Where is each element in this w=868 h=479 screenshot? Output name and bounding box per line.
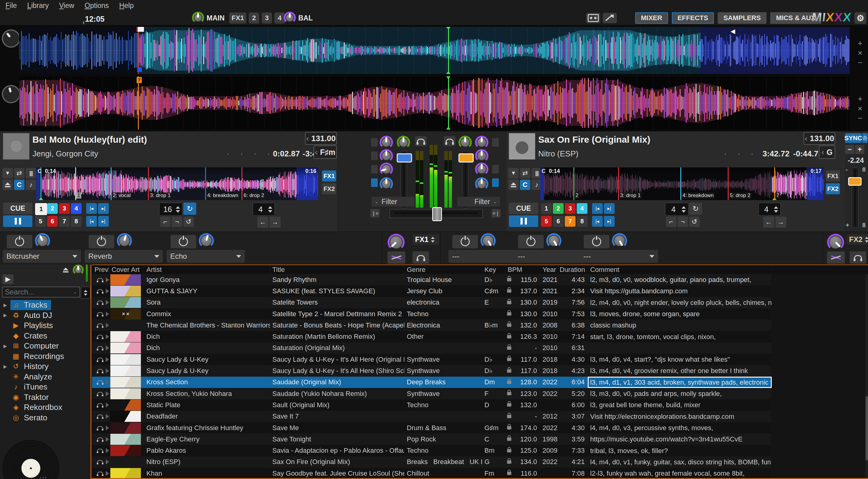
bpm-lock-icon[interactable] (507, 415, 511, 418)
bpm-lock-icon[interactable] (507, 335, 511, 339)
search-input[interactable] (2, 288, 73, 296)
main-fx-assign-fx1[interactable]: FX1 (229, 12, 246, 24)
deck1-eject-button[interactable] (2, 180, 13, 190)
deck2-hotcue-4[interactable]: 4 (577, 203, 587, 214)
expand-arrow-icon[interactable]: ▶ (0, 313, 10, 318)
preview-cell[interactable] (92, 357, 109, 362)
deck1-loop-in-button[interactable]: |◂ (86, 203, 97, 214)
sidebar-item-playlists[interactable]: ▶Playlists (0, 320, 90, 330)
play-icon[interactable] (106, 369, 109, 373)
fx2-slot1-enable-button[interactable] (452, 235, 478, 248)
preview-cell[interactable] (92, 277, 109, 282)
spinner-arrows[interactable] (774, 206, 780, 213)
ch2-fx1-toggle[interactable] (492, 138, 499, 147)
deck1-loop-out-marker-button[interactable]: ¬ (172, 217, 182, 227)
fx2-mix-mode-button[interactable] (827, 251, 845, 264)
deck2-pitch-slider[interactable] (852, 167, 859, 228)
deck1-beatjump-fwd-button[interactable]: → (270, 217, 281, 228)
ch2-mid-eq-knob[interactable] (475, 149, 488, 162)
ch2-quickfx-toggle[interactable] (492, 179, 499, 187)
bpm-lock-icon[interactable] (507, 449, 511, 452)
bpm-lock-icon[interactable] (507, 381, 511, 384)
play-icon[interactable] (106, 448, 109, 453)
search-spinner[interactable] (81, 287, 90, 299)
column-header-genre[interactable]: Genre (404, 265, 482, 274)
column-header-comment[interactable]: Comment (588, 265, 772, 274)
headphone-icon[interactable] (97, 471, 103, 475)
preview-cell[interactable] (92, 346, 109, 350)
deck1-zoom-out[interactable]: − (854, 58, 866, 67)
table-row[interactable]: Kross Section, Yukio NoharaSaudade (Yuki… (92, 388, 771, 399)
preview-eject-button[interactable] (60, 266, 71, 274)
preview-cell[interactable] (92, 312, 109, 317)
headphone-icon[interactable] (97, 300, 103, 305)
fx2-super-knob[interactable] (827, 234, 844, 251)
preview-cell[interactable] (92, 471, 109, 476)
headphone-icon[interactable] (97, 335, 103, 339)
sidebar-item-recordings[interactable]: ▦Recordings (0, 351, 90, 361)
fx1-slot2-enable-button[interactable] (89, 235, 114, 248)
spinner-arrows[interactable] (431, 237, 437, 243)
menu-library[interactable]: Library (27, 2, 49, 10)
deck1-quantize-button[interactable]: ♪ (26, 180, 36, 190)
deck1-cover-art[interactable] (3, 133, 29, 159)
deck1-hotcue-1[interactable]: 1 (35, 203, 47, 215)
fx1-slot2-meta-knob[interactable] (117, 233, 132, 248)
record-button[interactable] (586, 13, 600, 23)
ch1-volume-handle[interactable] (397, 153, 412, 162)
deck2-loop-size-spinbox[interactable]: 4 (665, 202, 689, 216)
spinner-arrows[interactable] (682, 206, 688, 213)
menu-options[interactable]: Options (85, 2, 109, 10)
expand-arrow-icon[interactable]: ▶ (0, 343, 10, 349)
deck2-jump-start-button[interactable]: |◂ (592, 216, 603, 227)
deck1-hotcue-2[interactable]: 2 (47, 203, 58, 214)
deck1-loop-toggle-button[interactable]: ↻ (183, 202, 196, 215)
fx2-slot2-enable-button[interactable] (518, 235, 544, 248)
deck2-loop-in-marker-button[interactable]: ⌐ (666, 217, 676, 227)
deck1-spinny[interactable] (2, 29, 20, 47)
sidebar-item-crates[interactable]: ◆Crates (0, 331, 90, 341)
table-row[interactable]: KhanSay Goodbye feat. Julee Cruise LoSou… (92, 468, 771, 479)
table-row[interactable]: Eagle-Eye CherrySave TonightPop RockC120… (92, 434, 771, 445)
deck1-fx2-assign[interactable]: FX2 (322, 183, 336, 194)
bpm-lock-icon[interactable] (507, 403, 511, 407)
bpm-lock-icon[interactable] (507, 438, 511, 441)
table-row[interactable]: Saucy Lady & U-KeySaucy Lady & U-Key - I… (92, 354, 771, 365)
deck2-hotcue-5[interactable]: 5 (541, 216, 552, 227)
deck1-slip-button[interactable]: C (14, 180, 25, 190)
preview-cell[interactable] (92, 437, 109, 442)
deck2-zoom-out[interactable]: − (854, 114, 866, 123)
splitter-handle-vertical[interactable]: ⋮ (87, 332, 90, 336)
deck2-cue-button[interactable]: CUE (509, 202, 538, 214)
table-row[interactable]: Nitro (ESP)Sax On Fire (Original Mix)Bre… (92, 456, 771, 468)
deck1-beatjump-back-button[interactable]: ← (257, 217, 268, 228)
ch2-quickfx-selector[interactable]: Filter ⌄ (457, 197, 500, 206)
deck2-sync-button[interactable]: SYNC (845, 133, 862, 143)
ch1-fx1-toggle[interactable] (371, 138, 378, 147)
deck2-cover-art[interactable] (509, 133, 535, 159)
fx2-slot3-enable-button[interactable] (584, 235, 610, 248)
headphone-icon[interactable] (97, 437, 103, 441)
headphone-icon[interactable] (97, 426, 103, 430)
headphone-icon[interactable] (97, 403, 103, 407)
play-icon[interactable] (106, 357, 109, 362)
play-icon[interactable] (106, 380, 109, 385)
deck1-waveform[interactable] (19, 27, 850, 74)
deck1-reloop-button[interactable]: ↺ (183, 217, 194, 227)
ch2-pfl-button[interactable] (444, 136, 455, 146)
table-row[interactable]: DichSaturation (Martin Bellomo Remix)Oth… (92, 331, 771, 343)
sidebar-item-auto-dj[interactable]: ▶♻Auto DJ (0, 310, 90, 320)
table-scrollbar[interactable] (865, 274, 868, 478)
balance-knob[interactable] (284, 11, 296, 24)
main-fx-assign-2[interactable]: 2 (249, 12, 259, 24)
fx2-unit-label[interactable]: FX2 (847, 234, 868, 245)
spinner-arrows[interactable] (176, 206, 182, 213)
main-gain-knob[interactable] (192, 11, 204, 24)
table-row[interactable]: Igor GonyaSandy RhythmTropical HouseD♭11… (92, 274, 771, 285)
deck1-zoom-in[interactable]: + (854, 38, 866, 47)
menu-help[interactable]: Help (119, 2, 133, 10)
fx1-slot3-meta-knob[interactable] (199, 233, 214, 248)
play-icon[interactable] (106, 300, 109, 305)
spinner-arrows[interactable] (865, 237, 868, 243)
fx2-pfl-button[interactable] (850, 251, 866, 264)
